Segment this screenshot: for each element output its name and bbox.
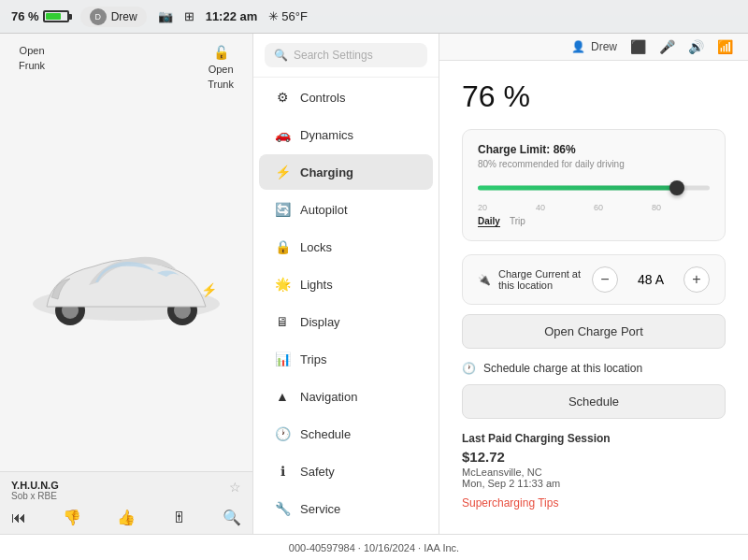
- car-display: ⚡: [0, 90, 252, 471]
- trips-icon: 📊: [274, 352, 291, 366]
- navigation-label: Navigation: [300, 390, 357, 404]
- sidebar-item-trips[interactable]: 📊 Trips: [259, 341, 433, 377]
- open-trunk-sub: Trunk: [208, 79, 234, 90]
- charge-current-label: 🔌 Charge Current at this location: [478, 268, 590, 291]
- main-layout: Open Frunk 🔓 Open Trunk: [0, 34, 748, 534]
- sidebar-item-controls[interactable]: ⚙ Controls: [259, 79, 433, 115]
- sidebar-item-autopilot[interactable]: 🔄 Autopilot: [259, 192, 433, 227]
- media-player: Y.H.U.N.G Sob x RBE ☆ ⏮ 👎 👍 🎚 🔍: [0, 471, 252, 534]
- center-nav: 🔍 Search Settings ⚙ Controls 🚗 Dynamics …: [252, 34, 439, 534]
- camera-icon: 📷: [158, 9, 173, 23]
- skip-back-btn[interactable]: ⏮: [11, 510, 26, 526]
- time-display: 11:22 am: [206, 9, 258, 23]
- avatar: D: [90, 8, 107, 25]
- safety-label: Safety: [300, 465, 335, 479]
- song-artist: Sob x RBE: [11, 491, 59, 501]
- open-frunk-sub: Frunk: [19, 60, 45, 71]
- charging-panel: 76 % Charge Limit: 86% 80% recommended f…: [439, 61, 748, 534]
- supercharging-tips-link[interactable]: Supercharging Tips: [462, 496, 726, 510]
- last-session-info: Last Paid Charging Session $12.72 McLean…: [462, 432, 726, 510]
- service-icon: 🔧: [274, 501, 291, 516]
- thumb-down-btn[interactable]: 👎: [63, 509, 81, 526]
- display-icon: 🖥: [274, 314, 291, 329]
- sidebar-item-charging[interactable]: ⚡ Charging: [259, 154, 433, 190]
- navigation-icon: ▲: [274, 389, 291, 404]
- autopilot-icon: 🔄: [274, 202, 291, 217]
- right-user-chip[interactable]: 👤 Drew: [571, 40, 617, 53]
- search-btn[interactable]: 🔍: [223, 509, 241, 526]
- driver-chip[interactable]: D Drew: [80, 7, 147, 27]
- last-session-title: Last Paid Charging Session: [462, 432, 726, 445]
- plug-icon: 🔌: [478, 274, 491, 286]
- song-title: Y.H.U.N.G: [11, 480, 59, 491]
- safety-icon: ℹ: [274, 464, 291, 479]
- sidebar-item-lights[interactable]: 🌟 Lights: [259, 266, 433, 302]
- daily-tab[interactable]: Daily: [478, 216, 500, 227]
- equalizer-btn[interactable]: 🎚: [172, 510, 187, 526]
- right-person-icon: 👤: [571, 40, 585, 53]
- open-trunk-label: Open: [209, 64, 234, 75]
- search-placeholder: Search Settings: [294, 49, 373, 62]
- battery-indicator: 76 %: [11, 9, 69, 23]
- sidebar-item-safety[interactable]: ℹ Safety: [259, 453, 433, 489]
- favorite-icon[interactable]: ☆: [229, 480, 241, 495]
- battery-percent-main: 76 %: [462, 79, 726, 114]
- controls-label: Controls: [300, 91, 345, 105]
- charge-current-text: Charge Current at this location: [498, 268, 590, 291]
- driver-name: Drew: [111, 10, 137, 23]
- decrease-current-btn[interactable]: −: [592, 266, 618, 293]
- daily-trip-tabs: Daily Trip: [478, 216, 710, 227]
- sidebar-item-navigation[interactable]: ▲ Navigation: [259, 379, 433, 414]
- locks-icon: 🔒: [274, 239, 291, 254]
- grid-icon: ⊞: [184, 9, 194, 23]
- temperature: 56°F: [281, 9, 308, 23]
- display-label: Display: [300, 315, 340, 329]
- search-settings-input[interactable]: 🔍 Search Settings: [265, 43, 427, 67]
- open-charge-port-btn[interactable]: Open Charge Port: [462, 314, 726, 349]
- slider-labels: 20 40 60 80: [478, 203, 710, 212]
- trip-tab[interactable]: Trip: [510, 216, 525, 227]
- search-icon: 🔍: [274, 49, 288, 62]
- thumb-up-btn[interactable]: 👍: [117, 509, 136, 526]
- sidebar-item-dynamics[interactable]: 🚗 Dynamics: [259, 117, 433, 152]
- autopilot-label: Autopilot: [300, 203, 348, 217]
- search-bar-container: 🔍 Search Settings: [253, 34, 439, 78]
- slider-thumb[interactable]: [669, 180, 684, 195]
- lock-icon: 🔓: [213, 45, 229, 60]
- increase-current-btn[interactable]: +: [683, 266, 710, 293]
- car-controls: Open Frunk 🔓 Open Trunk: [0, 34, 252, 90]
- sidebar-item-display[interactable]: 🖥 Display: [259, 304, 433, 339]
- open-trunk-btn[interactable]: 🔓 Open Trunk: [208, 45, 234, 90]
- bottom-bar: 000-40597984 · 10/16/2024 · IAA Inc.: [0, 534, 748, 560]
- slider-fill: [478, 186, 677, 191]
- session-date: Mon, Sep 2 11:33 am: [462, 478, 726, 489]
- orange-indicator: ⬛: [630, 39, 646, 54]
- sidebar-item-locks[interactable]: 🔒 Locks: [259, 229, 433, 265]
- charge-current-row: 🔌 Charge Current at this location − 48 A…: [462, 254, 726, 305]
- battery-icon: [43, 10, 69, 22]
- sidebar-item-service[interactable]: 🔧 Service: [259, 491, 433, 526]
- weather-display: ✳ 56°F: [268, 9, 308, 23]
- svg-text:⚡: ⚡: [201, 282, 218, 298]
- signal-icon: 📶: [717, 39, 733, 54]
- charge-slider[interactable]: [478, 179, 710, 197]
- charging-label: Charging: [300, 165, 353, 179]
- right-user-name: Drew: [591, 40, 617, 53]
- dynamics-icon: 🚗: [274, 127, 291, 142]
- volume-icon: 🔊: [688, 39, 704, 54]
- charging-icon: ⚡: [274, 165, 291, 179]
- open-frunk-btn[interactable]: Open Frunk: [19, 45, 45, 90]
- lights-icon: 🌟: [274, 277, 291, 292]
- schedule-btn[interactable]: Schedule: [462, 384, 726, 419]
- schedule-icon: 🕐: [274, 426, 291, 441]
- left-panel: Open Frunk 🔓 Open Trunk: [0, 34, 252, 534]
- mic-icon: 🎤: [659, 39, 675, 54]
- weather-icon: ✳: [268, 9, 279, 23]
- charge-limit-title: Charge Limit: 86%: [478, 143, 710, 156]
- sidebar-item-schedule[interactable]: 🕐 Schedule: [259, 416, 433, 452]
- session-location: McLeansville, NC: [462, 467, 726, 478]
- status-bar: 76 % D Drew 📷 ⊞ 11:22 am ✳ 56°F: [0, 0, 748, 34]
- nav-list: ⚙ Controls 🚗 Dynamics ⚡ Charging 🔄 Autop…: [253, 79, 439, 526]
- schedule-label: Schedule: [300, 427, 351, 441]
- controls-icon: ⚙: [274, 90, 291, 105]
